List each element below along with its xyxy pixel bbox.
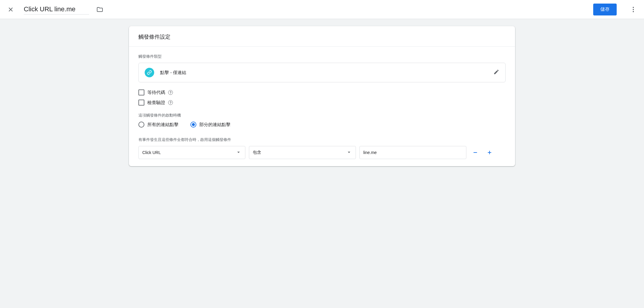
condition-variable-select[interactable]: Click URL <box>138 146 245 159</box>
main-content: 觸發條件設定 觸發條件類型 點擊 - 僅連結 <box>0 19 644 173</box>
condition-value-input[interactable] <box>359 146 466 159</box>
radio-icon <box>190 122 196 128</box>
check-validation-label: 檢查驗證 <box>147 100 165 106</box>
trigger-type-label: 觸發條件類型 <box>138 54 506 59</box>
folder-button[interactable] <box>96 6 103 13</box>
minus-icon <box>472 150 478 155</box>
check-validation-row: 檢查驗證 ? <box>138 100 506 106</box>
condition-operator-select[interactable]: 包含 <box>249 146 356 159</box>
radio-some-clicks[interactable]: 部分的連結點擊 <box>190 122 231 128</box>
help-icon[interactable]: ? <box>168 100 173 105</box>
more-vertical-icon <box>630 6 637 13</box>
edit-icon <box>493 69 499 76</box>
more-menu-button[interactable] <box>627 4 639 15</box>
card-title: 觸發條件設定 <box>129 26 515 47</box>
wait-for-tags-checkbox[interactable] <box>138 89 144 95</box>
folder-icon <box>96 6 103 13</box>
condition-operator-value: 包含 <box>253 150 261 155</box>
plus-icon <box>487 150 493 155</box>
condition-row: Click URL 包含 <box>138 146 506 159</box>
chevron-down-icon <box>236 149 241 156</box>
check-validation-checkbox[interactable] <box>138 100 144 106</box>
svg-point-2 <box>633 11 634 12</box>
radio-some-label: 部分的連結點擊 <box>199 122 231 128</box>
close-icon <box>7 6 14 13</box>
trigger-config-card: 觸發條件設定 觸發條件類型 點擊 - 僅連結 <box>129 26 515 166</box>
radio-icon <box>138 122 144 128</box>
remove-condition-button[interactable] <box>470 147 481 158</box>
chevron-down-icon <box>346 149 352 156</box>
save-button[interactable]: 儲存 <box>593 4 617 15</box>
add-condition-button[interactable] <box>484 147 495 158</box>
trigger-name-input[interactable] <box>24 4 89 15</box>
radio-all-clicks[interactable]: 所有的連結點擊 <box>138 122 179 128</box>
trigger-type-name: 點擊 - 僅連結 <box>160 70 487 76</box>
svg-point-0 <box>633 7 634 8</box>
help-icon[interactable]: ? <box>168 90 173 95</box>
radio-all-label: 所有的連結點擊 <box>147 122 179 128</box>
timing-radio-group: 所有的連結點擊 部分的連結點擊 <box>138 122 506 128</box>
condition-variable-value: Click URL <box>142 150 161 155</box>
timing-label: 這項觸發條件的啟動時機 <box>138 113 506 118</box>
condition-description: 有事件發生且這些條件全都符合時，啟用這個觸發條件 <box>138 137 506 142</box>
trigger-type-selector[interactable]: 點擊 - 僅連結 <box>138 63 506 82</box>
svg-point-1 <box>633 9 634 10</box>
link-icon <box>145 68 154 77</box>
close-button[interactable] <box>5 4 17 15</box>
wait-for-tags-label: 等待代碼 <box>147 90 165 95</box>
page-header: 儲存 <box>0 0 644 19</box>
wait-for-tags-row: 等待代碼 ? <box>138 89 506 95</box>
